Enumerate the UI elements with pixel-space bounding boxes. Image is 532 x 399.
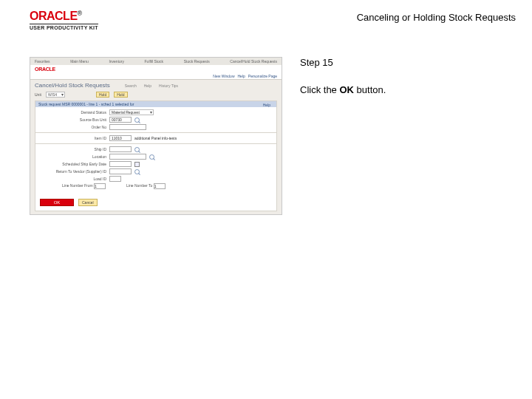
field-label: Load ID [40,177,106,181]
step-label: Step 15 [300,57,516,68]
form-row: Return To Vendor (Supplier) ID [40,168,272,174]
oracle-logo: ORACLE® [30,10,98,22]
field-label: Scheduled Ship Early Date [40,162,106,166]
shot-tabs: Search Help History Tips [125,83,178,88]
unit-value: W/S4 [47,92,57,97]
app-screenshot: Favorites Main Menu Inventory Fulfill St… [30,57,282,215]
sub-link: Personalize Page [248,74,277,78]
form-row: Source Bus Unit 00730 [40,117,272,123]
location-input [109,154,146,160]
breadcrumb-item: Favorites [35,59,50,64]
field-label: Return To Vendor (Supplier) ID [40,169,106,174]
form-row: Demand Status Material Request [40,109,272,115]
field-label: Order No [40,125,106,129]
order-no-input [109,124,146,130]
divider [35,143,276,144]
screenshot-column: Favorites Main Menu Inventory Fulfill St… [30,57,282,215]
lookup-icon [149,154,154,160]
form-row: Order No [40,124,272,130]
breadcrumb-strip: Favorites Main Menu Inventory Fulfill St… [30,58,282,65]
breadcrumb-item: Main Menu [70,59,89,64]
body: Favorites Main Menu Inventory Fulfill St… [0,35,532,215]
field-label: Location [40,154,106,159]
ok-button[interactable]: OK [40,199,74,206]
line-to-label: Line Number To [126,183,152,188]
form-row: Item ID 11010 additional Panel info-test… [40,135,272,141]
header: ORACLE® USER PRODUCTIVITY KIT Canceling … [0,0,532,35]
brand-text: ORACLE [30,10,78,22]
mini-button: Hold [96,92,109,98]
load-id-input [109,176,121,182]
instr-pre: Click the [300,84,339,95]
item-id-input: 11010 [109,135,132,141]
registered-mark: ® [78,10,82,17]
sub-link: Help [238,74,245,78]
form-row: Ship ID [40,146,272,152]
form-row: Scheduled Ship Early Date [40,161,272,167]
breadcrumb-item: Cancel/Hold Stock Requests [230,59,277,64]
item-note: additional Panel info-tests [134,136,177,140]
cancel-button[interactable]: Cancel [78,199,98,206]
instruction-text: Click the OK button. [300,84,516,95]
instruction-column: Step 15 Click the OK button. [300,57,516,215]
mini-oracle-logo: ORACLE [35,66,55,72]
breadcrumb-item: Inventory [109,59,124,64]
upk-label: USER PRODUCTIVITY KIT [30,24,98,30]
lookup-icon [134,169,140,174]
source-bu-input: 00730 [109,117,132,123]
field-label: Source Bus Unit [40,117,106,122]
divider [35,132,276,133]
page-title: Canceling or Holding Stock Requests [357,10,516,23]
field-label: Ship ID [40,147,106,151]
line-to-input: 1 [154,183,166,189]
sched-ship-input [109,161,132,167]
logo-block: ORACLE® USER PRODUCTIVITY KIT [30,10,98,30]
lookup-icon [134,117,140,123]
unit-label: Unit [35,92,41,97]
tab: Search [125,83,137,88]
instr-bold: OK [339,84,354,95]
brand-strip: ORACLE [30,65,282,73]
instr-post: button. [354,84,386,95]
field-label: Item ID [40,136,106,140]
field-label: Demand Status [40,110,106,115]
shot-page-title: Cancel/Hold Stock Requests [35,82,110,89]
tab: Help [144,83,151,88]
line-from-input: 1 [94,183,106,189]
unit-bar: Unit W/S4 Hold Hold [30,90,282,99]
help-link: Help [263,103,270,107]
ship-id-input [109,146,132,152]
form-row: Location [40,154,272,160]
form-panel: Stock request MSR 0000001 - line 1 - sch… [35,100,277,211]
rtv-id-input [109,168,132,174]
tab: History Tips [159,83,178,88]
shot-page-title-row: Cancel/Hold Stock Requests Search Help H… [30,80,282,90]
lookup-icon [134,147,140,152]
breadcrumb-item: Fulfill Stock [145,59,164,64]
sub-link: New Window [213,74,234,78]
unit-select: W/S4 [46,92,65,98]
line-from-label: Line Number From [62,183,93,188]
calendar-icon [134,162,140,167]
mini-button: Hold [114,92,127,98]
breadcrumb-item: Stock Requests [184,59,210,64]
page: ORACLE® USER PRODUCTIVITY KIT Canceling … [0,0,532,399]
form-row: Load ID [40,176,272,182]
line-range-row: Line Number From 1 Line Number To 1 [40,183,272,189]
form-header: Stock request MSR 0000001 - line 1 - sch… [35,101,276,107]
demand-status-select: Material Request [109,109,154,115]
sub-link-strip: New Window Help Personalize Page [30,73,282,80]
